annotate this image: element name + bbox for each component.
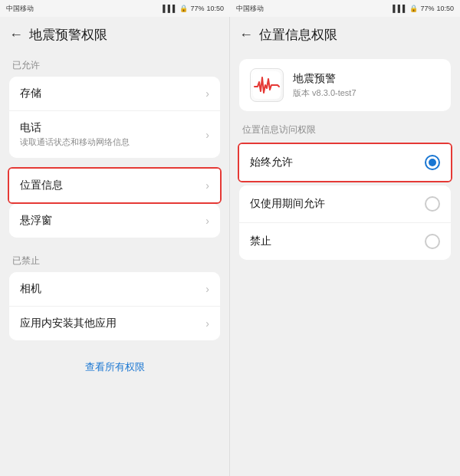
floating-label: 悬浮窗: [20, 214, 52, 228]
phone-chevron-icon: ›: [205, 129, 209, 141]
left-back-button[interactable]: ←: [9, 27, 23, 43]
while-using-item[interactable]: 仅使用期间允许: [239, 185, 451, 223]
while-using-radio[interactable]: [425, 196, 440, 212]
camera-item[interactable]: 相机 ›: [9, 272, 220, 307]
phone-item[interactable]: 电话 读取通话状态和移动网络信息 ›: [9, 111, 220, 158]
right-header: ← 位置信息权限: [230, 17, 460, 51]
left-title: 地震预警权限: [29, 26, 107, 44]
deny-item[interactable]: 禁止: [239, 223, 451, 260]
while-using-label: 仅使用期间允许: [250, 197, 325, 211]
phone-subtitle: 读取通话状态和移动网络信息: [20, 136, 130, 148]
view-all-button[interactable]: 查看所有权限: [0, 350, 229, 385]
right-panel: ← 位置信息权限 地震预警 版本 v8.3.0-test7 位置信息访问权限 始…: [230, 0, 460, 476]
r-wifi-icon: 🔒: [409, 5, 418, 12]
install-chevron-icon: ›: [205, 317, 209, 330]
always-allow-item[interactable]: 始终允许: [239, 144, 451, 181]
install-label: 应用内安装其他应用: [20, 317, 117, 330]
signal-icon: ▌▌▌: [163, 5, 177, 12]
app-icon: [250, 68, 284, 102]
always-allow-radio[interactable]: [425, 155, 440, 170]
install-item[interactable]: 应用内安装其他应用 ›: [9, 307, 220, 340]
left-header: ← 地震预警权限: [0, 17, 229, 51]
phone-label: 电话: [20, 121, 130, 135]
right-back-button[interactable]: ←: [239, 27, 253, 43]
denied-list: 相机 › 应用内安装其他应用 ›: [9, 272, 220, 340]
r-signal-icon: ▌▌▌: [393, 5, 407, 12]
other-options-list: 仅使用期间允许 禁止: [239, 185, 451, 260]
allowed-section-label: 已允许: [0, 51, 229, 77]
app-version: 版本 v8.3.0-test7: [293, 87, 356, 99]
storage-chevron-icon: ›: [205, 87, 209, 100]
location-chevron-icon: ›: [205, 179, 209, 192]
app-info-card: 地震预警 版本 v8.3.0-test7: [239, 59, 451, 111]
location-highlight-wrapper: 位置信息 ›: [8, 167, 222, 204]
allowed-list: 存储 › 电话 读取通话状态和移动网络信息 ›: [9, 77, 220, 158]
left-carrier: 中国移动: [6, 4, 34, 14]
always-allow-label: 始终允许: [250, 156, 293, 169]
time-left: 10:50: [206, 5, 224, 12]
deny-label: 禁止: [250, 235, 271, 248]
left-panel: ← 地震预警权限 已允许 存储 › 电话 读取通话状态和移动网络信息 › 位: [0, 0, 230, 476]
denied-section-label: 已禁止: [0, 247, 229, 272]
left-status-bar: 中国移动 ▌▌▌ 🔒 77% 10:50: [0, 0, 230, 17]
time-right: 10:50: [436, 5, 454, 12]
battery-icon: 77%: [190, 5, 204, 12]
location-label: 位置信息: [20, 179, 63, 192]
deny-radio[interactable]: [425, 234, 440, 249]
storage-label: 存储: [20, 87, 41, 100]
right-carrier: 中国移动: [236, 4, 264, 14]
app-name: 地震预警: [293, 72, 356, 86]
right-status-bar: 中国移动 ▌▌▌ 🔒 77% 10:50: [230, 0, 460, 17]
left-status-icons: ▌▌▌ 🔒 77% 10:50: [163, 5, 224, 12]
floating-list: 悬浮窗 ›: [9, 204, 220, 238]
floating-chevron-icon: ›: [205, 215, 209, 227]
r-battery-icon: 77%: [420, 5, 434, 12]
permission-section-label: 位置信息访问权限: [230, 122, 460, 143]
floating-item[interactable]: 悬浮窗 ›: [9, 204, 220, 238]
right-title: 位置信息权限: [259, 26, 337, 44]
camera-chevron-icon: ›: [205, 283, 209, 295]
storage-item[interactable]: 存储 ›: [9, 77, 220, 111]
wifi-icon: 🔒: [179, 5, 188, 12]
right-status-icons: ▌▌▌ 🔒 77% 10:50: [393, 5, 454, 12]
always-allow-highlight: 始终允许: [238, 143, 452, 182]
location-item[interactable]: 位置信息 ›: [9, 169, 220, 202]
camera-label: 相机: [20, 282, 41, 296]
